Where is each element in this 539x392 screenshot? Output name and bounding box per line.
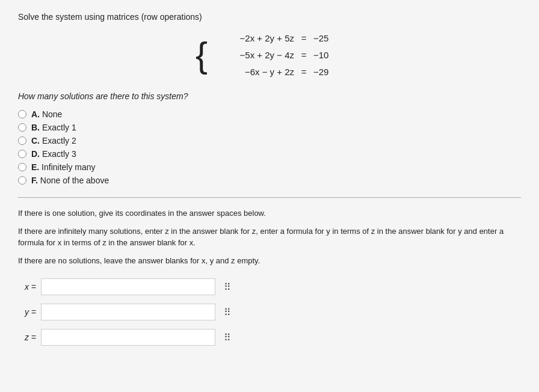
main-container: Solve the system using matrices (row ope… xyxy=(0,0,539,392)
option-b-label: B. Exactly 1 xyxy=(31,123,76,132)
option-a-label: A. None xyxy=(31,109,62,119)
brace-symbol: { xyxy=(196,37,208,73)
option-c[interactable]: C. Exactly 2 xyxy=(18,136,521,145)
option-d-label: D. Exactly 3 xyxy=(31,149,76,159)
option-a[interactable]: A. None xyxy=(18,109,521,119)
grid-icon-x[interactable]: ⠿ xyxy=(220,280,235,294)
eq-equals-1: = xyxy=(298,31,310,46)
eq-rhs-2: −10 xyxy=(313,48,343,63)
problem-title: Solve the system using matrices (row ope… xyxy=(18,12,521,22)
input-y[interactable] xyxy=(41,304,215,320)
equation-block: { −2x + 2y + 5z = −25 −5x + 2y − 4z = −1… xyxy=(18,31,521,79)
radio-c[interactable] xyxy=(18,136,26,145)
radio-b[interactable] xyxy=(18,123,26,132)
radio-f[interactable] xyxy=(18,176,26,185)
equations: −2x + 2y + 5z = −25 −5x + 2y − 4z = −10 … xyxy=(216,31,343,79)
option-f-label: F. None of the above xyxy=(31,176,109,185)
section-divider xyxy=(18,197,521,198)
eq-rhs-3: −29 xyxy=(313,65,343,79)
equation-row-3: −6x − y + 2z = −29 xyxy=(216,65,343,79)
radio-d[interactable] xyxy=(18,150,26,158)
label-y: y = xyxy=(18,307,36,317)
option-f[interactable]: F. None of the above xyxy=(18,176,521,185)
eq-equals-2: = xyxy=(298,48,310,63)
answer-row-z: z = ⠿ xyxy=(18,329,521,346)
eq-equals-3: = xyxy=(298,65,310,79)
radio-e[interactable] xyxy=(18,163,26,171)
grid-icon-y[interactable]: ⠿ xyxy=(220,305,235,319)
options-list: A. None B. Exactly 1 C. Exactly 2 D. Exa… xyxy=(18,109,521,185)
option-d[interactable]: D. Exactly 3 xyxy=(18,149,521,159)
option-c-label: C. Exactly 2 xyxy=(31,136,76,145)
option-b[interactable]: B. Exactly 1 xyxy=(18,123,521,132)
instruction-2: If there are infinitely many solutions, … xyxy=(18,225,521,249)
brace-system: { −2x + 2y + 5z = −25 −5x + 2y − 4z = −1… xyxy=(196,31,343,79)
label-z: z = xyxy=(18,332,36,342)
instruction-3: If there are no solutions, leave the ans… xyxy=(18,255,521,267)
instruction-1: If there is one solution, give its coord… xyxy=(18,207,521,219)
equation-row-2: −5x + 2y − 4z = −10 xyxy=(216,48,343,63)
question-text: How many solutions are there to this sys… xyxy=(18,91,521,101)
eq-lhs-1: −2x + 2y + 5z xyxy=(216,31,294,46)
equation-row-1: −2x + 2y + 5z = −25 xyxy=(216,31,343,46)
answer-row-x: x = ⠿ xyxy=(18,278,521,295)
eq-lhs-2: −5x + 2y − 4z xyxy=(216,48,294,63)
radio-a[interactable] xyxy=(18,110,26,118)
eq-rhs-1: −25 xyxy=(313,31,343,46)
answer-row-y: y = ⠿ xyxy=(18,304,521,320)
input-z[interactable] xyxy=(41,329,215,346)
option-e-label: E. Infinitely many xyxy=(31,162,96,172)
label-x: x = xyxy=(18,282,36,292)
input-x[interactable] xyxy=(41,278,215,295)
grid-icon-z[interactable]: ⠿ xyxy=(220,330,235,345)
eq-lhs-3: −6x − y + 2z xyxy=(216,65,294,79)
option-e[interactable]: E. Infinitely many xyxy=(18,162,521,172)
